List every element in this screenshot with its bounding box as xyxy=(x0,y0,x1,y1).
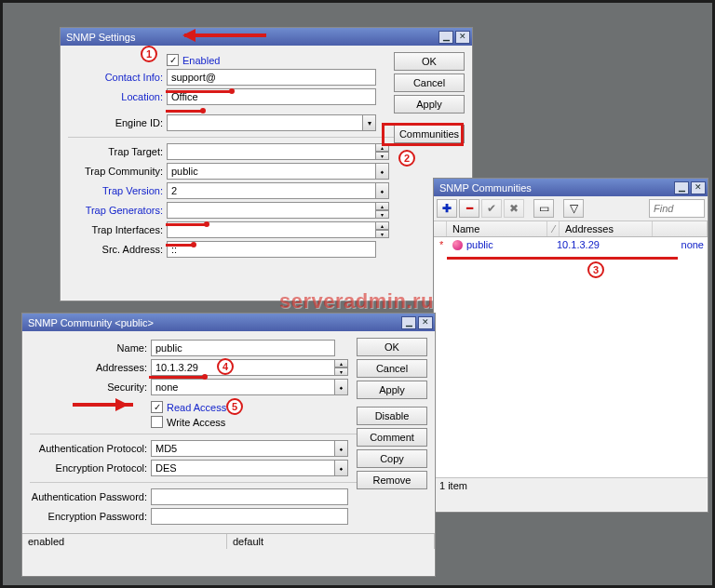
write-access-checkbox[interactable] xyxy=(151,416,163,428)
list-body[interactable]: * public 10.1.3.29 none xyxy=(434,237,708,477)
read-access-checkbox[interactable]: ✓ xyxy=(151,401,163,413)
close-icon[interactable]: ✕ xyxy=(418,316,433,329)
chevron-down-icon[interactable]: ⬥ xyxy=(335,379,348,395)
table-row[interactable]: * public 10.1.3.29 none xyxy=(434,237,708,252)
minimize-icon[interactable]: ▁ xyxy=(401,316,416,329)
remove-button[interactable]: Remove xyxy=(357,471,427,489)
addresses-label: Addresses: xyxy=(30,362,151,373)
comment-icon[interactable]: ▭ xyxy=(533,199,554,218)
trap-interfaces-label: Trap Interfaces: xyxy=(68,224,167,235)
minimize-icon[interactable]: ▁ xyxy=(438,31,453,44)
auth-proto-input[interactable] xyxy=(151,440,335,457)
contact-input[interactable] xyxy=(167,69,376,86)
annotation-marker-3: 3 xyxy=(587,261,604,278)
disable-icon[interactable]: ✖ xyxy=(504,199,524,218)
enabled-checkbox[interactable]: ✓ xyxy=(167,54,179,66)
trap-target-input[interactable] xyxy=(167,143,376,160)
add-icon[interactable]: ✚ xyxy=(437,199,457,218)
trap-generators-input[interactable] xyxy=(167,202,376,219)
chevron-down-icon[interactable]: ⬥ xyxy=(376,182,389,199)
status-right: default xyxy=(227,534,435,549)
src-address-label: Src. Address: xyxy=(68,244,167,255)
contact-label: Contact Info: xyxy=(68,72,167,83)
enc-proto-label: Encryption Protocol: xyxy=(30,462,151,474)
name-label: Name: xyxy=(30,342,151,354)
chevron-down-icon[interactable]: ⬥ xyxy=(376,163,389,180)
security-input[interactable] xyxy=(151,379,335,395)
annotation-underline xyxy=(166,223,207,226)
check-icon[interactable]: ✔ xyxy=(481,199,502,218)
annotation-marker-2: 2 xyxy=(398,150,415,167)
chevron-down-icon[interactable]: ⬥ xyxy=(335,460,348,476)
annotation-underline xyxy=(166,110,203,113)
list-header: Name ∕ Addresses xyxy=(434,221,708,237)
trap-generators-stepper[interactable]: ▴▾ xyxy=(376,202,389,219)
comment-button[interactable]: Comment xyxy=(357,428,427,447)
location-label: Location: xyxy=(68,91,167,102)
disable-button[interactable]: Disable xyxy=(357,407,427,425)
trap-generators-label: Trap Generators: xyxy=(68,205,167,216)
annotation-underline xyxy=(149,376,205,379)
filter-icon[interactable]: ▽ xyxy=(563,199,584,218)
read-access-label: Read Access xyxy=(167,402,226,413)
annotation-marker-5: 5 xyxy=(226,398,243,415)
titlebar[interactable]: SNMP Communities ▁ ✕ xyxy=(434,179,708,196)
default-star-icon: * xyxy=(434,237,447,252)
auth-proto-label: Authentication Protocol: xyxy=(30,443,151,454)
trap-interfaces-stepper[interactable]: ▴▾ xyxy=(376,221,389,238)
cancel-button[interactable]: Cancel xyxy=(357,359,427,378)
auth-pass-input[interactable] xyxy=(151,488,348,505)
watermark: serveradmin.ru xyxy=(279,291,434,312)
close-icon[interactable]: ✕ xyxy=(455,31,470,44)
src-address-input[interactable] xyxy=(167,241,376,258)
cancel-button[interactable]: Cancel xyxy=(394,74,465,92)
row-addresses: 10.1.3.29 xyxy=(551,237,631,252)
toolbar: ✚ ━ ✔ ✖ ▭ ▽ xyxy=(434,196,708,221)
annotation-marker-1: 1 xyxy=(141,46,157,62)
copy-button[interactable]: Copy xyxy=(357,449,427,468)
status-left: enabled xyxy=(22,534,227,549)
enc-pass-label: Encryption Password: xyxy=(30,511,151,522)
chevron-down-icon[interactable]: ▾ xyxy=(363,114,376,131)
apply-button[interactable]: Apply xyxy=(357,381,427,399)
annotation-underline xyxy=(166,244,194,247)
annotation-underline xyxy=(447,257,678,260)
annotation-highlight xyxy=(382,123,464,146)
ok-button[interactable]: OK xyxy=(394,52,465,71)
auth-pass-label: Authentication Password: xyxy=(30,491,151,502)
engineid-label: Engine ID: xyxy=(68,117,167,128)
snmp-community-window: SNMP Community <public> ▁ ✕ Name: Addres… xyxy=(21,313,436,577)
annotation-underline xyxy=(166,90,232,93)
enabled-label: Enabled xyxy=(182,55,220,66)
snmp-communities-window: SNMP Communities ▁ ✕ ✚ ━ ✔ ✖ ▭ ▽ Name ∕ … xyxy=(433,178,708,513)
globe-icon xyxy=(452,240,463,250)
titlebar[interactable]: SNMP Community <public> ▁ ✕ xyxy=(22,314,435,331)
trap-community-input[interactable] xyxy=(167,163,376,180)
titlebar[interactable]: SNMP Settings ▁ ✕ xyxy=(61,28,472,46)
addresses-stepper[interactable]: ▴▾ xyxy=(335,359,348,376)
remove-icon[interactable]: ━ xyxy=(459,199,479,218)
enc-pass-input[interactable] xyxy=(151,508,348,525)
write-access-label: Write Access xyxy=(167,417,225,428)
trap-version-label: Trap Version: xyxy=(68,185,167,196)
status-bar: 1 item xyxy=(434,477,708,493)
engineid-input[interactable] xyxy=(167,114,363,131)
enc-proto-input[interactable] xyxy=(151,460,335,476)
col-name[interactable]: Name xyxy=(447,221,547,236)
addresses-input[interactable] xyxy=(151,359,335,376)
ok-button[interactable]: OK xyxy=(357,338,427,356)
window-title: SNMP Community <public> xyxy=(28,317,399,328)
trap-target-label: Trap Target: xyxy=(68,146,167,157)
minimize-icon[interactable]: ▁ xyxy=(674,181,689,194)
window-title: SNMP Communities xyxy=(439,182,672,194)
name-input[interactable] xyxy=(151,340,335,356)
close-icon[interactable]: ✕ xyxy=(691,181,706,194)
apply-button[interactable]: Apply xyxy=(394,95,465,114)
status-bar: enabled default xyxy=(22,533,435,549)
button-column: OK Cancel Apply Disable Comment Copy Rem… xyxy=(357,338,427,489)
trap-version-input[interactable] xyxy=(167,182,376,199)
annotation-marker-4: 4 xyxy=(217,358,234,375)
chevron-down-icon[interactable]: ⬥ xyxy=(335,440,348,457)
find-input[interactable] xyxy=(649,199,705,218)
col-addresses[interactable]: Addresses xyxy=(560,221,653,236)
